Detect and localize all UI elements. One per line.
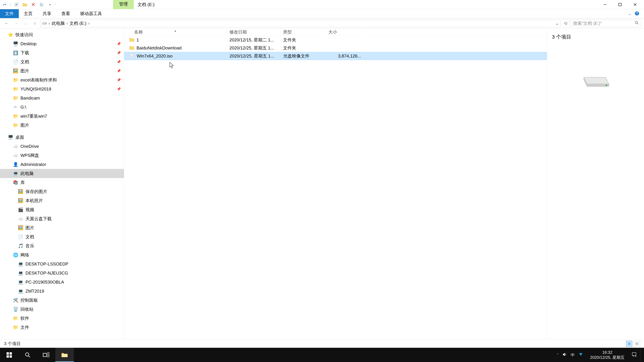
folder-qat-icon[interactable] bbox=[22, 1, 28, 7]
back-button[interactable]: ← bbox=[3, 19, 11, 27]
svg-rect-27 bbox=[6, 352, 9, 355]
ime-indicator[interactable]: 中 bbox=[571, 352, 575, 358]
navigation-tree[interactable]: ⭐快速访问 🖥️Desktop📌 ⬇️下载📌 📄文档📌 🖼️图片📌 📁excel… bbox=[0, 28, 124, 339]
tree-files[interactable]: 📁文件 bbox=[0, 323, 124, 332]
tree-administrator[interactable]: 👤Administrator bbox=[0, 160, 124, 169]
manage-tab[interactable]: 管理 bbox=[113, 0, 134, 9]
chevron-right-icon[interactable]: › bbox=[48, 21, 50, 26]
explorer-taskbar-button[interactable] bbox=[55, 348, 74, 362]
ribbon-share[interactable]: 共享 bbox=[38, 9, 56, 18]
ribbon-view[interactable]: 查看 bbox=[56, 9, 75, 18]
task-view-button[interactable] bbox=[37, 348, 55, 362]
tree-pc2[interactable]: 💻DESKTOP-NJEU3CG bbox=[0, 269, 124, 278]
tree-win7reinstall[interactable]: 📁win7重装win7 bbox=[0, 112, 124, 121]
tree-videos[interactable]: 🎬视频 bbox=[0, 205, 124, 214]
tree-documents[interactable]: 📄文档📌 bbox=[0, 57, 124, 66]
tree-music[interactable]: 🎵音乐 bbox=[0, 241, 124, 250]
tree-pc4[interactable]: 💻ZMT2019 bbox=[0, 287, 124, 296]
tree-onedrive[interactable]: ☁️OneDrive bbox=[0, 142, 124, 151]
forward-button[interactable]: → bbox=[12, 19, 20, 27]
notifications-icon[interactable]: 3 bbox=[632, 352, 636, 358]
tree-documents2[interactable]: 📄文档 bbox=[0, 232, 124, 241]
recent-dropdown[interactable]: ⌄ bbox=[22, 19, 30, 27]
taskbar-clock[interactable]: 16:32 2020/12/25, 星期五 bbox=[587, 350, 628, 360]
tree-label: 音乐 bbox=[26, 243, 34, 249]
tray-expand-icon[interactable]: ˄ bbox=[557, 353, 559, 357]
ribbon-expand-icon[interactable]: ⌄ bbox=[628, 11, 631, 16]
ribbon-home[interactable]: 主页 bbox=[19, 9, 38, 18]
tree-excel-req[interactable]: 📁excel表格制作求和📌 bbox=[0, 75, 124, 84]
address-dropdown-icon[interactable]: ⌄ bbox=[555, 21, 559, 26]
help-icon[interactable]: ? bbox=[634, 11, 639, 16]
crumb-this-pc[interactable]: 此电脑 bbox=[52, 20, 65, 26]
tree-quick-access[interactable]: ⭐快速访问 bbox=[0, 30, 124, 39]
details-view-button[interactable] bbox=[626, 341, 632, 347]
system-tray: ˄ 中 16:32 2020/12/25, 星期五 3 bbox=[557, 348, 644, 362]
tree-downloads[interactable]: ⬇️下载📌 bbox=[0, 48, 124, 57]
clock-date: 2020/12/25, 星期五 bbox=[590, 355, 624, 360]
col-name[interactable]: 名称▴ bbox=[124, 29, 226, 35]
col-size[interactable]: 大小 bbox=[325, 29, 364, 35]
ribbon-drive-tools[interactable]: 驱动器工具 bbox=[75, 9, 107, 18]
address-box[interactable]: › 此电脑 › 文档 (E:) › ⌄ bbox=[40, 20, 561, 27]
table-row[interactable]: BaiduNetdiskDownload2020/12/25, 星期五 1...… bbox=[124, 44, 547, 52]
column-headers: 名称▴ 修改日期 类型 大小 bbox=[124, 28, 547, 36]
tree-pictures3[interactable]: 🖼️图片 bbox=[0, 223, 124, 232]
checkbox-icon[interactable] bbox=[14, 1, 20, 7]
delete-x-icon[interactable] bbox=[30, 1, 36, 7]
table-row[interactable]: Win7x64_2020.iso2020/12/25, 星期五 1...光盘映像… bbox=[124, 52, 547, 60]
volume-icon[interactable] bbox=[562, 352, 567, 358]
tree-libraries[interactable]: 📚库 bbox=[0, 178, 124, 187]
search-taskbar-button[interactable] bbox=[18, 348, 37, 362]
tree-wps[interactable]: ☁️WPS网盘 bbox=[0, 151, 124, 160]
col-type[interactable]: 类型 bbox=[280, 29, 325, 35]
tree-saved-pictures[interactable]: 🖼️保存的图片 bbox=[0, 187, 124, 196]
tree-label: 桌面 bbox=[16, 134, 24, 140]
folder-icon: 📁 bbox=[13, 325, 18, 330]
refresh-button[interactable] bbox=[562, 20, 570, 27]
tree-this-pc[interactable]: 💻此电脑 bbox=[0, 169, 124, 178]
tree-label: 网络 bbox=[20, 252, 29, 258]
tree-gdrive[interactable]: G:\ bbox=[0, 103, 124, 112]
tree-tianyi[interactable]: ☁️天翼云盘下载 bbox=[0, 214, 124, 223]
tree-pictures[interactable]: 🖼️图片📌 bbox=[0, 66, 124, 75]
tree-network[interactable]: 🌐网络 bbox=[0, 250, 124, 259]
close-button[interactable] bbox=[631, 1, 639, 8]
maximize-button[interactable] bbox=[616, 1, 624, 8]
svg-point-11 bbox=[635, 21, 638, 24]
tree-label: PC-20190530OBLA bbox=[26, 280, 64, 285]
up-button[interactable]: ↑ bbox=[31, 19, 39, 27]
tree-label: 回收站 bbox=[20, 306, 34, 312]
pin-icon: 📌 bbox=[117, 60, 121, 64]
crumb-drive-e[interactable]: 文档 (E:) bbox=[70, 20, 86, 26]
tree-desktop[interactable]: 🖥️Desktop📌 bbox=[0, 39, 124, 48]
tray-app-icon[interactable] bbox=[578, 352, 583, 358]
start-button[interactable] bbox=[0, 348, 18, 362]
tree-pictures2[interactable]: 📁图片 bbox=[0, 121, 124, 130]
thumbnails-view-button[interactable] bbox=[634, 341, 640, 347]
search-icon[interactable] bbox=[635, 21, 639, 26]
tree-pc3[interactable]: 💻PC-20190530OBLA bbox=[0, 278, 124, 287]
properties-icon[interactable] bbox=[38, 1, 44, 7]
qat-dropdown-icon[interactable]: ▾ bbox=[47, 1, 53, 7]
table-row[interactable]: 12020/12/15, 星期二 1...文件夹 bbox=[124, 36, 547, 44]
col-date[interactable]: 修改日期 bbox=[226, 29, 280, 35]
minimize-button[interactable] bbox=[601, 1, 609, 8]
show-desktop-button[interactable] bbox=[640, 348, 642, 362]
contextual-tabs: 管理 bbox=[113, 0, 134, 9]
tree-camera-roll[interactable]: 🖼️本机照片 bbox=[0, 196, 124, 205]
tree-recycle[interactable]: 🗑️回收站 bbox=[0, 305, 124, 314]
tree-software[interactable]: 📁软件 bbox=[0, 314, 124, 323]
tree-pc1[interactable]: 💻DESKTOP-LSSOEDP bbox=[0, 259, 124, 269]
tree-label: YUNQISHI2019 bbox=[20, 86, 51, 92]
tree-bandicam[interactable]: 📁Bandicam bbox=[0, 93, 124, 103]
chevron-right-icon[interactable]: › bbox=[88, 21, 90, 26]
file-date: 2020/12/15, 星期二 1... bbox=[226, 37, 280, 43]
ribbon-file[interactable]: 文件 bbox=[0, 9, 19, 18]
tree-yunqishi[interactable]: 📁YUNQISHI2019📌 bbox=[0, 84, 124, 93]
search-input[interactable]: 搜索"文档 (E:)" bbox=[571, 20, 641, 27]
tree-desktop-root[interactable]: 🖥️桌面 bbox=[0, 133, 124, 142]
svg-point-10 bbox=[46, 23, 46, 24]
chevron-right-icon[interactable]: › bbox=[66, 21, 68, 26]
tree-control-panel[interactable]: 🛠️控制面板 bbox=[0, 296, 124, 305]
